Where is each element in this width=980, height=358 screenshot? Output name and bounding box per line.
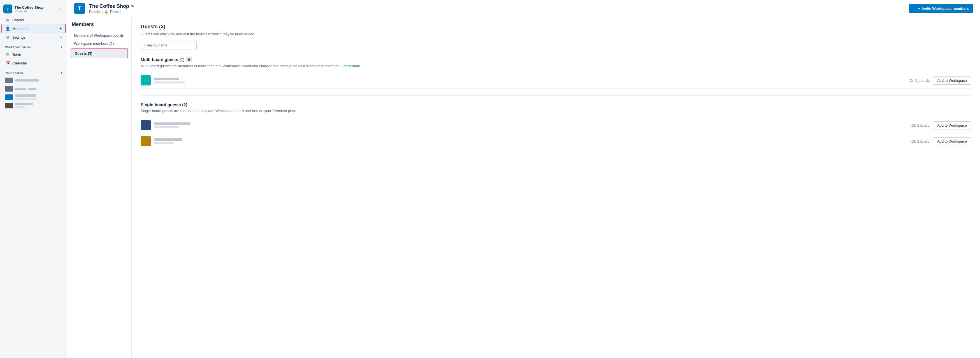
single-board-desc-text: Single-board guests are members of only … — [141, 109, 296, 113]
board-color-1 — [5, 78, 13, 83]
board-color-3 — [5, 94, 13, 100]
learn-more-link[interactable]: Learn more — [342, 64, 360, 68]
your-boards-label: Your boards — [5, 71, 23, 75]
top-bar-workspace-avatar: T — [74, 3, 85, 14]
workspace-header[interactable]: T The Coffee Shop Premium ‹ — [0, 2, 67, 16]
filter-by-name-input[interactable] — [141, 41, 197, 50]
lock-icon: 🔒 — [104, 10, 108, 14]
multi-board-boards-link[interactable]: On 2 boards — [909, 78, 929, 83]
board-name-blurred-4 — [15, 103, 33, 105]
sidebar-item-table[interactable]: ☰ Table — [2, 51, 65, 59]
board-color-4 — [5, 103, 13, 108]
sidebar: T The Coffee Shop Premium ‹ ⊞ Boards 👤 M… — [0, 0, 67, 358]
multi-board-info-icon[interactable]: ⊞ — [186, 57, 192, 62]
workspace-info: The Coffee Shop Premium — [14, 5, 55, 13]
board-color-2 — [5, 86, 13, 92]
workspace-views-section: Workspace views + — [0, 41, 67, 51]
single-board-member-actions-2: On 1 board Add to Workspace — [912, 137, 971, 145]
multi-board-member-actions: On 2 boards Add to Workspace — [909, 76, 971, 84]
multi-board-member-info — [154, 78, 906, 83]
board-item-3[interactable] — [2, 93, 65, 101]
single-board-add-to-workspace-button-1[interactable]: Add to Workspace — [933, 121, 971, 129]
multi-board-title-text: Multi-board guests (1) — [141, 57, 185, 62]
sidebar-item-settings[interactable]: ⚙ Settings ▾ — [2, 33, 65, 41]
member-email-blurred-1 — [154, 126, 179, 128]
workspace-avatar: T — [3, 5, 12, 13]
add-view-button[interactable]: + — [60, 45, 64, 49]
content-area: Members Members of Workspace boards Work… — [67, 17, 980, 358]
workspace-plan-label: Premium — [89, 10, 103, 14]
multi-board-member-row: On 2 boards Add to Workspace — [141, 73, 971, 89]
members-icon: 👤 — [5, 26, 10, 31]
members-section-header: Members of Workspace boards — [71, 32, 128, 39]
member-name-blurred-2 — [154, 138, 182, 141]
add-member-icon[interactable]: + — [59, 26, 62, 31]
sidebar-item-calendar[interactable]: 📅 Calendar — [2, 59, 65, 67]
single-board-section-title: Single-board guests (2) — [141, 102, 971, 107]
members-panel-title: Members — [71, 22, 128, 27]
main-content: T The Coffee Shop ✎ Premium 🔒 Private 👤+… — [67, 0, 980, 358]
board-item-4[interactable] — [2, 102, 65, 110]
single-board-boards-link-2[interactable]: On 1 board — [912, 139, 929, 143]
single-board-member-avatar-2 — [141, 136, 151, 146]
workspace-title-text: The Coffee Shop — [89, 3, 129, 9]
invite-workspace-members-button[interactable]: 👤+ Invite Workspace members — [909, 4, 973, 13]
workspace-name: The Coffee Shop — [14, 5, 55, 10]
sidebar-item-members[interactable]: 👤 Members + — [2, 24, 65, 33]
top-bar-left: T The Coffee Shop ✎ Premium 🔒 Private — [74, 3, 134, 14]
guests-tab[interactable]: Guests (3) — [71, 48, 128, 58]
workspace-members-tab[interactable]: Workspace members (2) — [71, 39, 128, 48]
guests-panel-description: Guests can only view and edit the boards… — [141, 32, 971, 36]
top-bar-workspace-name: The Coffee Shop ✎ — [89, 3, 134, 9]
sidebar-boards-label: Boards — [12, 18, 62, 22]
settings-chevron-icon: ▾ — [60, 35, 62, 39]
sidebar-table-label: Table — [12, 53, 62, 57]
workspace-plan: Premium — [14, 10, 55, 13]
boards-icon: ⊞ — [5, 18, 10, 22]
workspace-visibility-label: Private — [110, 10, 121, 14]
multi-board-desc-text: Multi-board guests are members of more t… — [141, 64, 340, 68]
multi-board-member-avatar — [141, 75, 151, 86]
board-name-blurred-2a — [15, 88, 26, 90]
board-name-blurred-3 — [15, 94, 36, 97]
table-icon: ☰ — [5, 53, 10, 57]
sidebar-settings-label: Settings — [12, 35, 58, 40]
workspace-views-label: Workspace views — [5, 45, 31, 49]
single-board-boards-link-1[interactable]: On 1 board — [912, 123, 929, 127]
your-boards-section: Your boards + — [0, 67, 67, 76]
board-sub-blurred-3a — [15, 98, 24, 100]
invite-person-icon: 👤+ — [913, 6, 920, 11]
collapse-sidebar-button[interactable]: ‹ — [57, 6, 64, 12]
add-board-button[interactable]: + — [60, 71, 64, 75]
guests-right-panel: Guests (3) Guests can only view and edit… — [132, 17, 980, 358]
single-board-member-actions-1: On 1 board Add to Workspace — [912, 121, 971, 129]
edit-workspace-name-icon[interactable]: ✎ — [131, 4, 134, 8]
sidebar-item-boards[interactable]: ⊞ Boards — [2, 16, 65, 24]
settings-icon: ⚙ — [5, 35, 10, 40]
member-email-blurred — [154, 81, 185, 83]
calendar-icon: 📅 — [5, 61, 10, 65]
board-item-1[interactable] — [2, 76, 65, 84]
single-board-member-info-2 — [154, 138, 908, 144]
top-bar-meta: Premium 🔒 Private — [89, 10, 134, 14]
guests-panel-title: Guests (3) — [141, 24, 971, 30]
single-board-member-row-1: On 1 board Add to Workspace — [141, 118, 971, 133]
sidebar-members-label: Members — [12, 27, 57, 31]
multi-board-description: Multi-board guests are members of more t… — [141, 64, 971, 68]
single-board-member-row-2: On 1 board Add to Workspace — [141, 133, 971, 149]
board-sub-blurred-3b — [25, 98, 36, 100]
member-email-blurred-2 — [154, 142, 174, 144]
single-board-title-text: Single-board guests (2) — [141, 102, 188, 107]
board-name-blurred-1 — [15, 79, 39, 81]
section-divider-1 — [141, 95, 971, 95]
multi-board-add-to-workspace-button[interactable]: Add to Workspace — [933, 76, 971, 84]
board-sub-blurred-4a — [15, 106, 25, 108]
multi-board-section-title: Multi-board guests (1) ⊞ — [141, 57, 971, 62]
single-board-add-to-workspace-button-2[interactable]: Add to Workspace — [933, 137, 971, 145]
board-item-2[interactable] — [2, 85, 65, 93]
single-board-member-avatar-1 — [141, 120, 151, 130]
top-bar: T The Coffee Shop ✎ Premium 🔒 Private 👤+… — [67, 0, 980, 17]
members-left-panel: Members Members of Workspace boards Work… — [67, 17, 132, 358]
member-name-blurred-1 — [154, 123, 191, 125]
top-bar-info: The Coffee Shop ✎ Premium 🔒 Private — [89, 3, 134, 14]
